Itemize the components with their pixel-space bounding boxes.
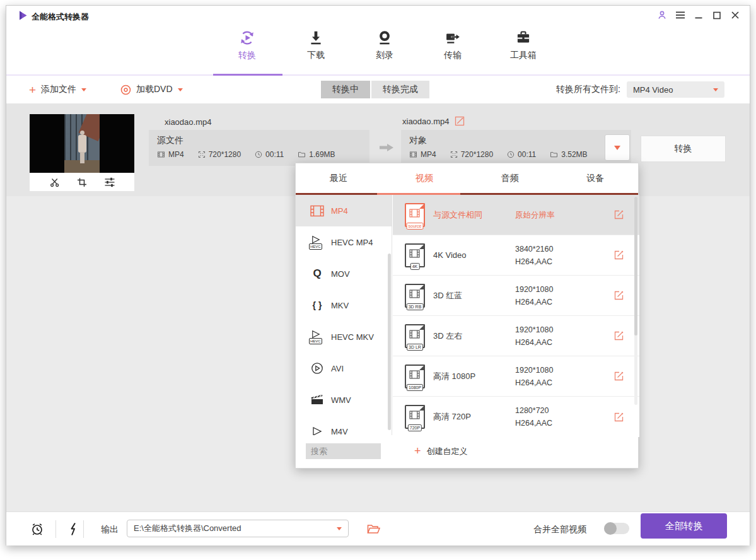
format-popup: 最近 视频 音频 设备 MP4 HEVC HEVC MP4 Q bbox=[295, 163, 639, 469]
hevc-play-icon: HEVC bbox=[309, 329, 325, 344]
edit-preset-icon[interactable] bbox=[613, 371, 624, 382]
tab-download[interactable]: 下载 bbox=[294, 27, 338, 66]
format-sidebar: MP4 HEVC HEVC MP4 Q MOV { } MKV HEV bbox=[296, 195, 392, 436]
popup-footer: + 创建自定义 bbox=[296, 435, 638, 468]
format-label: AVI bbox=[331, 364, 344, 373]
edit-preset-icon[interactable] bbox=[613, 209, 624, 221]
source-size: 1.69MB bbox=[309, 150, 335, 159]
edit-preset-icon[interactable] bbox=[613, 250, 624, 261]
format-item-mov[interactable]: Q MOV bbox=[296, 258, 392, 289]
preset-row-4k[interactable]: 4K 4K Video 3840*2160 H264,AAC bbox=[393, 235, 639, 276]
preset-doc-icon: 3D RB bbox=[405, 284, 425, 308]
maximize-icon[interactable] bbox=[711, 9, 723, 21]
chevron-down-icon bbox=[81, 88, 86, 91]
preset-resolution: 1920*1080 bbox=[515, 324, 613, 336]
sidebar-scrollbar[interactable] bbox=[388, 254, 391, 430]
queue-tabs: 转换中 转换完成 bbox=[321, 81, 429, 98]
tab-converting[interactable]: 转换中 bbox=[321, 81, 370, 98]
preset-row-1080p[interactable]: 1080P 高清 1080P 1920*1080 H264,AAC bbox=[393, 356, 639, 397]
rename-edit-icon[interactable] bbox=[455, 116, 465, 126]
high-speed-bolt-icon[interactable] bbox=[64, 521, 81, 537]
preset-doc-icon: 3D LR bbox=[405, 324, 425, 348]
popup-tab-device[interactable]: 设备 bbox=[552, 163, 638, 193]
add-file-button[interactable]: + 添加文件 bbox=[29, 76, 86, 103]
format-item-mp4[interactable]: MP4 bbox=[296, 195, 392, 226]
format-item-hevc-mkv[interactable]: HEVC HEVC MKV bbox=[296, 321, 392, 353]
menu-icon[interactable] bbox=[675, 9, 686, 21]
minimize-icon[interactable] bbox=[693, 9, 704, 21]
schedule-alarm-icon[interactable] bbox=[29, 521, 45, 537]
output-path-value: E:\全能格式转换器\Converted bbox=[134, 523, 241, 534]
preset-name: 高清 720P bbox=[433, 411, 515, 423]
account-icon[interactable] bbox=[656, 9, 668, 21]
chevron-down-icon bbox=[713, 88, 718, 91]
open-folder-icon[interactable] bbox=[365, 521, 381, 537]
preset-scrollbar[interactable] bbox=[634, 197, 637, 335]
convert-to-label: 转换所有文件到: bbox=[556, 84, 620, 95]
preset-doc-icon: 1080P bbox=[405, 365, 425, 388]
preset-resolution: 1920*1080 bbox=[515, 283, 613, 296]
tab-transfer[interactable]: 传输 bbox=[431, 27, 475, 66]
resolution-icon bbox=[450, 151, 458, 158]
tab-convert-label: 转换 bbox=[238, 50, 256, 60]
search-input[interactable] bbox=[306, 443, 381, 459]
preset-row-720p[interactable]: 720P 高清 720P 1280*720 H264,AAC bbox=[393, 397, 639, 437]
create-custom-label: 创建自定义 bbox=[427, 446, 468, 457]
format-label: MP4 bbox=[331, 206, 348, 216]
format-item-avi[interactable]: AVI bbox=[296, 353, 392, 384]
preset-row-source[interactable]: source 与源文件相同 原始分辨率 bbox=[393, 195, 639, 235]
tab-convert[interactable]: 转换 bbox=[225, 27, 269, 66]
edit-preset-icon[interactable] bbox=[613, 411, 624, 423]
format-item-m4v[interactable]: M4V bbox=[296, 416, 392, 436]
duration-clock-icon bbox=[507, 151, 515, 158]
tab-toolbox-label: 工具箱 bbox=[510, 50, 537, 60]
film-icon bbox=[409, 151, 417, 158]
convert-icon bbox=[238, 29, 256, 47]
convert-button[interactable]: 转换 bbox=[641, 136, 726, 162]
preset-row-3d-rb[interactable]: 3D RB 3D 红蓝 1920*1080 H264,AAC bbox=[393, 276, 639, 316]
popup-tab-video[interactable]: 视频 bbox=[381, 163, 467, 193]
format-item-hevc-mp4[interactable]: HEVC HEVC MP4 bbox=[296, 226, 392, 258]
source-format: MP4 bbox=[168, 150, 184, 159]
merge-all-toggle[interactable] bbox=[604, 523, 629, 534]
format-label: HEVC MP4 bbox=[331, 238, 373, 247]
load-dvd-button[interactable]: 加载DVD bbox=[120, 76, 183, 103]
popup-tab-audio[interactable]: 音频 bbox=[467, 163, 553, 193]
popup-tab-recent[interactable]: 最近 bbox=[296, 163, 381, 193]
tab-converted[interactable]: 转换完成 bbox=[371, 81, 429, 98]
target-resolution: 720*1280 bbox=[461, 150, 493, 159]
close-icon[interactable] bbox=[730, 9, 741, 21]
tab-burn[interactable]: 刻录 bbox=[363, 27, 407, 66]
create-custom-button[interactable]: + 创建自定义 bbox=[414, 443, 468, 459]
video-thumbnail[interactable] bbox=[30, 114, 134, 191]
crop-icon[interactable] bbox=[77, 177, 87, 187]
preset-name: 3D 红蓝 bbox=[433, 290, 515, 301]
output-path-select[interactable]: E:\全能格式转换器\Converted bbox=[127, 520, 349, 537]
format-item-wmv[interactable]: WMV bbox=[296, 384, 392, 416]
target-format: MP4 bbox=[421, 150, 436, 159]
target-panel: 对象 MP4 720*1280 00:11 3.52MB bbox=[401, 130, 631, 166]
source-preset-icon: source bbox=[405, 203, 425, 227]
preset-list: source 与源文件相同 原始分辨率 4K 4K Video 3840*216… bbox=[393, 195, 639, 438]
preset-name: 3D 左右 bbox=[433, 330, 515, 342]
file-size-folder-icon bbox=[298, 151, 306, 158]
output-label: 输出 bbox=[101, 524, 119, 535]
source-panel: 源文件 MP4 720*1280 00:11 1.69MB bbox=[149, 130, 369, 166]
preset-row-3d-lr[interactable]: 3D LR 3D 左右 1920*1080 H264,AAC bbox=[393, 316, 639, 356]
effects-sliders-icon[interactable] bbox=[104, 177, 115, 187]
convert-all-button[interactable]: 全部转换 bbox=[641, 513, 727, 539]
edit-preset-icon[interactable] bbox=[613, 290, 624, 301]
edit-preset-icon[interactable] bbox=[613, 330, 624, 342]
merge-all-label: 合并全部视频 bbox=[533, 524, 586, 535]
convert-to-value: MP4 Video bbox=[633, 85, 673, 95]
convert-to-select[interactable]: MP4 Video bbox=[627, 81, 724, 98]
tab-download-label: 下载 bbox=[307, 50, 325, 60]
trim-scissors-icon[interactable] bbox=[49, 177, 60, 187]
transfer-icon bbox=[444, 29, 462, 47]
burn-icon bbox=[376, 29, 393, 47]
target-format-dropdown-button[interactable] bbox=[605, 134, 630, 161]
preset-resolution: 3840*2160 bbox=[515, 243, 613, 255]
tab-toolbox[interactable]: 工具箱 bbox=[501, 27, 545, 66]
format-item-mkv[interactable]: { } MKV bbox=[296, 289, 392, 321]
format-popup-tabs: 最近 视频 音频 设备 bbox=[296, 163, 638, 193]
